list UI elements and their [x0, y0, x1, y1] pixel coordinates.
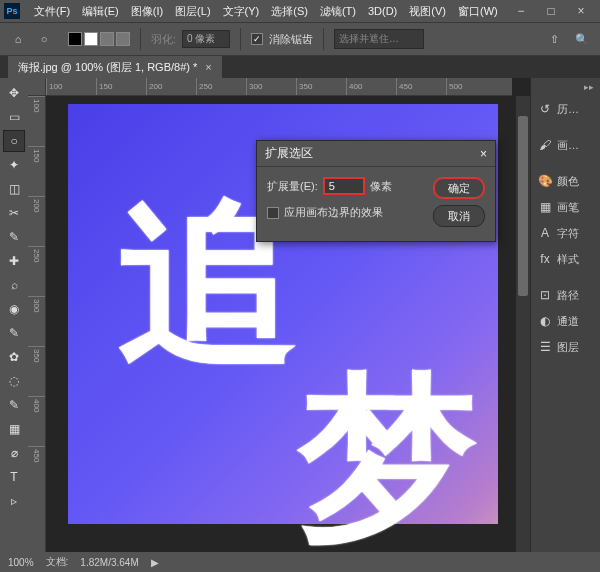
window-close-button[interactable]: ×: [566, 0, 596, 22]
panel-paths[interactable]: ⊡路径: [531, 282, 600, 308]
document-tabs: 海报.jpg @ 100% (图层 1, RGB/8#) * ×: [0, 56, 600, 78]
window-minimize-button[interactable]: −: [506, 0, 536, 22]
lasso-tool-icon[interactable]: ○: [34, 29, 54, 49]
brush-preset-icon: 🖌: [537, 138, 553, 152]
document-tab[interactable]: 海报.jpg @ 100% (图层 1, RGB/8#) * ×: [8, 56, 222, 78]
selection-intersect-icon[interactable]: [116, 32, 130, 46]
ruler-tick: 150: [28, 146, 45, 196]
panel-label: 画笔: [557, 200, 579, 215]
menu-file[interactable]: 文件(F): [28, 0, 76, 22]
dialog-titlebar[interactable]: 扩展选区 ×: [257, 141, 495, 167]
brush-tool[interactable]: ⌕: [3, 274, 25, 296]
zoom-level[interactable]: 100%: [8, 557, 34, 568]
window-maximize-button[interactable]: □: [536, 0, 566, 22]
selection-subtract-icon[interactable]: [100, 32, 114, 46]
menu-edit[interactable]: 编辑(E): [76, 0, 125, 22]
menu-view[interactable]: 视图(V): [403, 0, 452, 22]
ruler-tick: 200: [146, 78, 196, 95]
expand-unit-label: 像素: [370, 179, 392, 194]
move-tool[interactable]: ✥: [3, 82, 25, 104]
docinfo-label: 文档:: [46, 555, 69, 569]
ruler-tick: 100: [46, 78, 96, 95]
pen-tool[interactable]: ⌀: [3, 442, 25, 464]
type-tool[interactable]: T: [3, 466, 25, 488]
ruler-tick: 450: [28, 446, 45, 496]
blur-tool[interactable]: ✎: [3, 394, 25, 416]
statusbar-arrow-icon[interactable]: ▶: [151, 557, 159, 568]
ruler-corner: [28, 78, 46, 96]
menu-3d[interactable]: 3D(D): [362, 0, 403, 22]
panels-dock: ▸▸ ↺历… 🖌画… 🎨颜色 ▦画笔 A字符 fx样式 ⊡路径 ◐通道 ☰图层: [530, 78, 600, 552]
panel-layers[interactable]: ☰图层: [531, 334, 600, 360]
ruler-tick: 450: [396, 78, 446, 95]
expand-selection-dialog: 扩展选区 × 扩展量(E): 像素 应用画布边界的效果 确定 取消: [256, 140, 496, 242]
scroll-thumb[interactable]: [518, 116, 528, 296]
panel-label: 字符: [557, 226, 579, 241]
antialias-checkbox[interactable]: ✓: [251, 33, 263, 45]
status-bar: 100% 文档: 1.82M/3.64M ▶: [0, 552, 600, 572]
dodge-tool[interactable]: ▦: [3, 418, 25, 440]
panel-color[interactable]: 🎨颜色: [531, 168, 600, 194]
scrollbar-vertical[interactable]: [516, 96, 530, 552]
panel-label: 样式: [557, 252, 579, 267]
panel-label: 历…: [557, 102, 579, 117]
panel-label: 画…: [557, 138, 579, 153]
path-select-tool[interactable]: ▹: [3, 490, 25, 512]
ruler-tick: 500: [446, 78, 496, 95]
menu-filter[interactable]: 滤镜(T): [314, 0, 362, 22]
ruler-horizontal[interactable]: 100 150 200 250 300 350 400 450 500: [46, 78, 512, 96]
tools-panel: ✥ ▭ ○ ✦ ◫ ✂ ✎ ✚ ⌕ ◉ ✎ ✿ ◌ ✎ ▦ ⌀ T ▹: [0, 78, 28, 552]
ruler-tick: 350: [28, 346, 45, 396]
panel-styles[interactable]: fx样式: [531, 246, 600, 272]
select-and-mask-combo[interactable]: 选择并遮住…: [334, 29, 424, 49]
character-icon: A: [537, 226, 553, 240]
crop-tool[interactable]: ◫: [3, 178, 25, 200]
lasso-tool[interactable]: ○: [3, 130, 25, 152]
search-icon[interactable]: 🔍: [572, 29, 592, 49]
home-icon[interactable]: ⌂: [8, 29, 28, 49]
selection-mode-group: [68, 32, 130, 46]
ruler-tick: 150: [96, 78, 146, 95]
magic-wand-tool[interactable]: ✦: [3, 154, 25, 176]
panels-collapse-button[interactable]: ▸▸: [531, 78, 600, 96]
menu-select[interactable]: 选择(S): [265, 0, 314, 22]
panel-brush-preset[interactable]: 🖌画…: [531, 132, 600, 158]
gradient-tool[interactable]: ◌: [3, 370, 25, 392]
menu-image[interactable]: 图像(I): [125, 0, 169, 22]
paths-icon: ⊡: [537, 288, 553, 302]
ok-button[interactable]: 确定: [433, 177, 485, 199]
dialog-close-icon[interactable]: ×: [480, 147, 487, 161]
history-brush-tool[interactable]: ✎: [3, 322, 25, 344]
menu-window[interactable]: 窗口(W): [452, 0, 504, 22]
tab-close-icon[interactable]: ×: [205, 61, 211, 73]
panel-history[interactable]: ↺历…: [531, 96, 600, 122]
selection-add-icon[interactable]: [84, 32, 98, 46]
eraser-tool[interactable]: ✿: [3, 346, 25, 368]
menu-type[interactable]: 文字(Y): [217, 0, 266, 22]
cancel-button[interactable]: 取消: [433, 205, 485, 227]
panel-label: 路径: [557, 288, 579, 303]
apply-canvas-bounds-checkbox[interactable]: [267, 207, 279, 219]
selection-new-icon[interactable]: [68, 32, 82, 46]
menu-layer[interactable]: 图层(L): [169, 0, 216, 22]
panel-character[interactable]: A字符: [531, 220, 600, 246]
panel-label: 图层: [557, 340, 579, 355]
ruler-vertical[interactable]: 100 150 200 250 300 350 400 450: [28, 96, 46, 552]
eyedropper-tool[interactable]: ✎: [3, 226, 25, 248]
panel-label: 通道: [557, 314, 579, 329]
options-bar: ⌂ ○ 羽化: ✓ 消除锯齿 选择并遮住… ⇧ 🔍: [0, 22, 600, 56]
feather-input[interactable]: [182, 30, 230, 48]
spot-heal-tool[interactable]: ✚: [3, 250, 25, 272]
expand-by-input[interactable]: [323, 177, 365, 195]
photoshop-icon: Ps: [4, 3, 20, 19]
ruler-tick: 400: [346, 78, 396, 95]
ruler-tick: 300: [246, 78, 296, 95]
marquee-tool[interactable]: ▭: [3, 106, 25, 128]
share-icon[interactable]: ⇧: [544, 29, 564, 49]
ruler-tick: 400: [28, 396, 45, 446]
panel-channels[interactable]: ◐通道: [531, 308, 600, 334]
frame-tool[interactable]: ✂: [3, 202, 25, 224]
panel-brushes[interactable]: ▦画笔: [531, 194, 600, 220]
clone-stamp-tool[interactable]: ◉: [3, 298, 25, 320]
ruler-tick: 300: [28, 296, 45, 346]
